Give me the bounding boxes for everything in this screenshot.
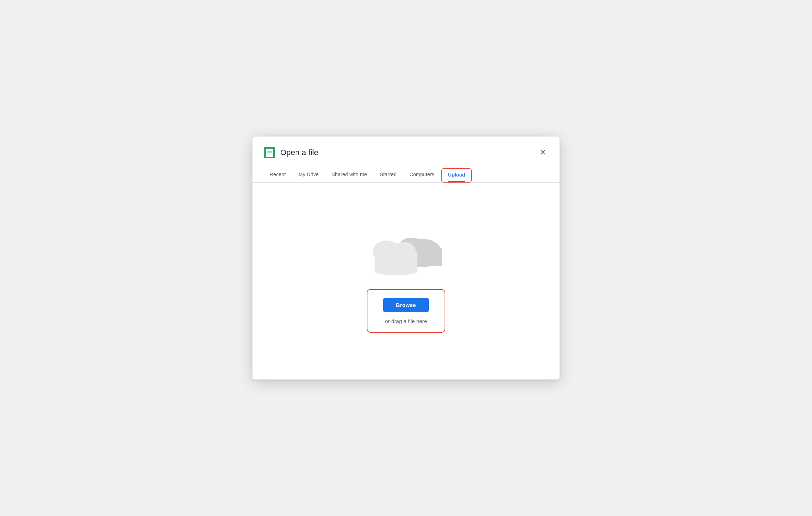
tab-computers[interactable]: Computers [404,168,440,182]
sheets-icon [264,147,275,158]
open-file-dialog: Open a file ✕ Recent My Drive Shared wit… [252,137,560,379]
drag-text: or drag a file here [385,318,427,324]
tab-my-drive[interactable]: My Drive [293,168,324,182]
tab-starred[interactable]: Starred [374,168,402,182]
dialog-title: Open a file [280,148,318,157]
upload-drop-zone[interactable]: Browse or drag a file here [367,289,445,333]
close-button[interactable]: ✕ [537,147,548,159]
svg-rect-7 [267,152,272,153]
svg-rect-5 [269,149,270,157]
dialog-header: Open a file ✕ [252,137,560,159]
browse-button[interactable]: Browse [383,298,429,312]
svg-rect-6 [267,151,272,151]
dialog-title-area: Open a file [264,147,318,158]
svg-point-16 [375,268,417,275]
dialog-overlay: Open a file ✕ Recent My Drive Shared wit… [0,0,812,516]
tab-upload[interactable]: Upload [441,168,471,183]
tab-recent[interactable]: Recent [264,168,291,182]
svg-rect-8 [267,154,272,154]
cloud-illustration [367,223,445,276]
tab-shared-with-me[interactable]: Shared with me [326,168,373,182]
tabs-bar: Recent My Drive Shared with me Starred C… [252,162,560,183]
close-icon: ✕ [540,149,546,157]
dialog-content: Browse or drag a file here [252,183,560,379]
